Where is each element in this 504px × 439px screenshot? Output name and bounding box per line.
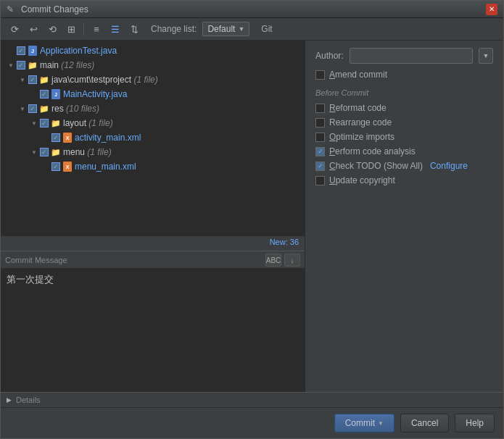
option-row-optimize: Optimize imports bbox=[315, 132, 493, 142]
amend-label[interactable]: Amend commit bbox=[329, 70, 387, 80]
tree-arrow-java: ▼ bbox=[18, 75, 27, 84]
details-section: ▶ Details · · · · · bbox=[1, 392, 503, 407]
checkbox-app-test[interactable]: ✓ bbox=[17, 46, 25, 55]
tree-arrow-res: ▼ bbox=[18, 104, 27, 113]
option-row-analyze: ✓ Perform code analysis bbox=[315, 146, 493, 156]
tree-item-main-activity[interactable]: ✓ J MainActivity.java bbox=[1, 87, 305, 101]
checkbox-java-cumt[interactable]: ✓ bbox=[28, 75, 37, 84]
reformat-checkbox[interactable] bbox=[315, 104, 325, 113]
details-arrow-icon[interactable]: ▶ bbox=[7, 396, 12, 404]
todo-label[interactable]: Check TODO (Show All) bbox=[329, 161, 423, 171]
commit-message-actions: ABC ↓ bbox=[265, 254, 300, 267]
reformat-label[interactable]: Reformat code bbox=[329, 103, 387, 113]
amend-row: Amend commit bbox=[315, 70, 493, 80]
folder-icon-layout: 📁 bbox=[51, 118, 61, 128]
configure-link[interactable]: Configure bbox=[430, 161, 468, 171]
analyze-label[interactable]: Perform code analysis bbox=[329, 146, 416, 156]
option-row-rearrange: Rearrange code bbox=[315, 117, 493, 127]
tree-label-java-count: (1 file) bbox=[131, 75, 158, 85]
tree-item-activity-main[interactable]: ✓ X activity_main.xml bbox=[1, 130, 305, 145]
commit-message-options-btn[interactable]: ↓ bbox=[284, 254, 300, 267]
tree-item-main[interactable]: ▼ ✓ 📁 main (12 files) bbox=[1, 58, 305, 72]
tree-label-main-count: (12 files) bbox=[59, 60, 94, 70]
checkbox-res[interactable]: ✓ bbox=[28, 104, 37, 113]
commit-message-area: Commit Message ABC ↓ 第一次提交 bbox=[1, 251, 305, 392]
author-dropdown[interactable]: ▼ bbox=[479, 48, 493, 64]
option-row-todo: ✓ Check TODO (Show All) Configure bbox=[315, 161, 493, 171]
folder-icon-main: 📁 bbox=[28, 60, 38, 70]
java-file-icon-ma: J bbox=[51, 89, 61, 99]
commit-dropdown-arrow-icon: ▼ bbox=[378, 420, 384, 427]
tree-item-menu[interactable]: ▼ ✓ 📁 menu (1 file) bbox=[1, 145, 305, 159]
tree-label-menu: menu bbox=[63, 147, 85, 157]
tree-item-java-cumt[interactable]: ▼ ✓ 📁 java\cumt\testproject (1 file) bbox=[1, 72, 305, 87]
author-input[interactable] bbox=[350, 48, 473, 64]
tree-label-menu-main: menu_main.xml bbox=[75, 162, 136, 172]
toolbar-btn-4[interactable]: ⊞ bbox=[63, 21, 79, 37]
git-tab[interactable]: Git bbox=[261, 24, 272, 34]
toolbar-btn-6[interactable]: ☰ bbox=[107, 21, 123, 37]
optimize-checkbox[interactable] bbox=[315, 133, 325, 142]
tree-label-res-count: (10 files) bbox=[64, 104, 99, 114]
tree-arrow-ma bbox=[30, 90, 38, 99]
tree-item-app-test[interactable]: ✓ J ApplicationTest.java bbox=[1, 43, 305, 58]
window-icon: ✎ bbox=[7, 4, 17, 14]
change-list-dropdown[interactable]: Default ▼ bbox=[202, 22, 249, 36]
close-button[interactable]: ✕ bbox=[486, 4, 497, 15]
separator-1 bbox=[83, 22, 84, 35]
commit-message-label-text: Commit Message bbox=[5, 256, 67, 264]
left-panel: ✓ J ApplicationTest.java ▼ ✓ 📁 main (12 … bbox=[1, 41, 305, 392]
folder-icon-res: 📁 bbox=[39, 104, 49, 114]
tree-arrow-main: ▼ bbox=[7, 61, 15, 70]
toolbar-btn-5[interactable]: ≡ bbox=[88, 21, 104, 37]
tree-item-layout[interactable]: ▼ ✓ 📁 layout (1 file) bbox=[1, 116, 305, 130]
checkbox-main-activity[interactable]: ✓ bbox=[40, 90, 49, 99]
author-label: Author: bbox=[315, 51, 344, 61]
checkbox-menu[interactable]: ✓ bbox=[40, 148, 49, 156]
tree-arrow-menu: ▼ bbox=[30, 148, 38, 156]
commit-message-input[interactable]: 第一次提交 bbox=[1, 269, 305, 392]
commit-button[interactable]: Commit ▼ bbox=[334, 414, 394, 432]
title-bar: ✎ Commit Changes ✕ bbox=[1, 1, 503, 18]
help-button[interactable]: Help bbox=[455, 414, 495, 432]
checkbox-main[interactable]: ✓ bbox=[17, 61, 25, 70]
toolbar-btn-2[interactable]: ↩ bbox=[25, 21, 41, 37]
checkbox-layout[interactable]: ✓ bbox=[40, 119, 49, 127]
folder-icon-menu: 📁 bbox=[51, 147, 61, 157]
copyright-label[interactable]: Update copyright bbox=[329, 175, 395, 185]
tree-item-menu-main[interactable]: ✓ X menu_main.xml bbox=[1, 159, 305, 174]
file-tree[interactable]: ✓ J ApplicationTest.java ▼ ✓ 📁 main (12 … bbox=[1, 41, 305, 236]
tree-label-layout: layout bbox=[63, 118, 86, 128]
window-title: Commit Changes bbox=[21, 4, 486, 14]
before-commit-label: Before Commit bbox=[315, 88, 493, 97]
copyright-checkbox[interactable] bbox=[315, 176, 325, 185]
dropdown-arrow-icon: ▼ bbox=[238, 25, 244, 33]
tree-label-app-test: ApplicationTest.java bbox=[40, 46, 117, 56]
tree-arrow-menu-main bbox=[41, 162, 50, 171]
rearrange-checkbox[interactable] bbox=[315, 118, 325, 127]
option-row-reformat: Reformat code bbox=[315, 103, 493, 113]
change-list-label: Change list: bbox=[151, 24, 197, 34]
toolbar: ⟳ ↩ ⟲ ⊞ ≡ ☰ ⇅ Change list: Default ▼ Git bbox=[1, 18, 503, 41]
checkbox-activity-main[interactable]: ✓ bbox=[51, 133, 60, 142]
option-row-copyright: Update copyright bbox=[315, 175, 493, 185]
change-list-value: Default bbox=[207, 24, 235, 34]
java-file-icon: J bbox=[28, 46, 38, 56]
analyze-checkbox[interactable]: ✓ bbox=[315, 147, 325, 156]
rearrange-label[interactable]: Rearrange code bbox=[329, 117, 392, 127]
spell-check-btn[interactable]: ABC bbox=[265, 254, 281, 267]
toolbar-btn-7[interactable]: ⇅ bbox=[126, 21, 142, 37]
toolbar-btn-3[interactable]: ⟲ bbox=[44, 21, 60, 37]
content-area: ✓ J ApplicationTest.java ▼ ✓ 📁 main (12 … bbox=[1, 41, 503, 392]
amend-checkbox[interactable] bbox=[315, 70, 325, 80]
todo-checkbox[interactable]: ✓ bbox=[315, 162, 325, 171]
toolbar-btn-1[interactable]: ⟳ bbox=[7, 21, 22, 37]
optimize-label[interactable]: Optimize imports bbox=[329, 132, 394, 142]
details-resize-handle: · · · · · bbox=[45, 397, 497, 404]
details-label[interactable]: Details bbox=[16, 396, 41, 404]
cancel-button[interactable]: Cancel bbox=[400, 414, 449, 432]
right-panel: Author: ▼ Amend commit Before Commit Ref… bbox=[305, 41, 503, 392]
tree-arrow-layout: ▼ bbox=[30, 119, 38, 127]
checkbox-menu-main[interactable]: ✓ bbox=[51, 162, 60, 171]
tree-item-res[interactable]: ▼ ✓ 📁 res (10 files) bbox=[1, 101, 305, 116]
